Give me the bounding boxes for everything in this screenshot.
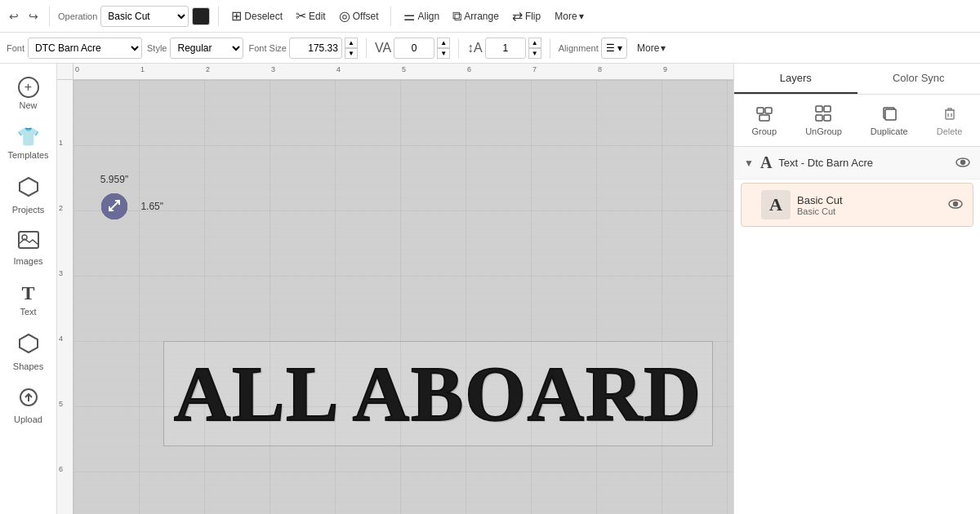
letter-space-up[interactable]: ▲: [437, 38, 450, 48]
line-space-group: ↕A ▲ ▼: [467, 38, 541, 59]
svg-rect-9: [765, 108, 772, 113]
main-area: + New 👕 Templates Projects Images T Text: [0, 64, 980, 514]
layer-parent-label: Text - Dtc Barn Acre: [778, 157, 949, 169]
layer-child-eye-icon[interactable]: [948, 197, 963, 212]
sidebar-item-text-label: Text: [20, 307, 36, 317]
right-panel-actions: Group UnGroup Duplicate Delete: [734, 95, 980, 147]
ruler-ticks-h: [74, 64, 733, 80]
font-label: Font: [7, 43, 24, 53]
sidebar-item-upload-label: Upload: [14, 414, 42, 424]
sidebar-item-new-label: New: [19, 100, 37, 110]
ruler-mark-v-5: 5: [59, 400, 63, 408]
ruler-mark-v-2: 2: [59, 204, 63, 212]
more-button-2[interactable]: More ▾: [632, 40, 670, 56]
svg-point-21: [961, 160, 965, 164]
ruler-mark-v-6: 6: [59, 465, 63, 473]
separator-6: [550, 38, 550, 58]
font-size-up[interactable]: ▲: [345, 38, 358, 48]
right-panel-tabs: Layers Color Sync: [734, 64, 980, 95]
upload-icon: [19, 388, 38, 412]
align-button[interactable]: ⚌ Align: [399, 6, 443, 26]
ungroup-button[interactable]: UnGroup: [799, 101, 849, 140]
svg-rect-11: [816, 106, 822, 112]
delete-button[interactable]: Delete: [930, 101, 969, 140]
redo-button[interactable]: ↪: [26, 7, 41, 25]
arrange-button[interactable]: ⧉ Arrange: [448, 7, 503, 26]
ruler-mark-v-4: 4: [59, 335, 63, 343]
svg-rect-12: [824, 106, 831, 112]
ruler-mark-v-1: 1: [59, 139, 63, 147]
style-group: Style Regular Bold Italic: [147, 38, 243, 59]
line-space-up[interactable]: ▲: [528, 38, 541, 48]
sidebar-item-images-label: Images: [13, 256, 42, 266]
layer-child-text: Basic Cut Basic Cut: [797, 194, 942, 216]
sidebar-item-text[interactable]: T Text: [5, 276, 52, 323]
text-icon: T: [21, 282, 34, 304]
more-chevron-1: ▾: [579, 11, 584, 22]
layer-child-icon-box: A: [761, 190, 791, 219]
top-toolbar: ↩ ↪ Operation Basic Cut Print Then Cut D…: [0, 0, 980, 33]
offset-icon: ◎: [339, 8, 350, 24]
sidebar-item-upload[interactable]: Upload: [5, 381, 52, 431]
letter-space-spinners: ▲ ▼: [437, 38, 450, 59]
sidebar-item-images[interactable]: Images: [5, 224, 52, 273]
svg-rect-17: [946, 110, 954, 119]
duplicate-button[interactable]: Duplicate: [864, 101, 915, 140]
color-swatch[interactable]: [192, 7, 210, 25]
alignment-group: Alignment ☰ ▾: [559, 38, 627, 59]
canvas-content[interactable]: 5.959" 1.65" ✕ ↻ ALL ABOARD: [74, 80, 733, 514]
align-label: Align: [417, 11, 439, 22]
text-element[interactable]: ALL ABOARD: [163, 341, 713, 446]
font-size-input[interactable]: [289, 38, 342, 59]
font-size-label: Font Size: [248, 43, 286, 53]
group-button[interactable]: Group: [746, 101, 784, 140]
operation-label: Operation: [58, 11, 97, 21]
edit-button[interactable]: ✂ Edit: [292, 6, 330, 26]
group-icon: [755, 104, 773, 124]
width-dimension-label: 5.959": [100, 174, 128, 185]
alignment-btn[interactable]: ☰ ▾: [601, 38, 627, 59]
left-sidebar: + New 👕 Templates Projects Images T Text: [0, 64, 57, 514]
flip-button[interactable]: ⇄ Flip: [508, 6, 545, 26]
sidebar-item-templates[interactable]: 👕 Templates: [5, 120, 52, 166]
tab-color-sync[interactable]: Color Sync: [858, 64, 981, 94]
deselect-label: Deselect: [244, 11, 283, 22]
layer-child[interactable]: A Basic Cut Basic Cut: [741, 183, 973, 227]
style-select[interactable]: Regular Bold Italic: [170, 38, 243, 59]
sidebar-item-shapes[interactable]: Shapes: [5, 326, 52, 378]
edit-label: Edit: [309, 11, 326, 22]
sidebar-item-new[interactable]: + New: [5, 70, 52, 117]
layer-child-op: Basic Cut: [797, 206, 942, 216]
separator-4: [366, 38, 367, 58]
resize-handle[interactable]: [101, 193, 127, 219]
letter-space-input[interactable]: [394, 38, 434, 59]
separator-3: [390, 7, 391, 26]
align-icon: ⚌: [403, 8, 415, 24]
canvas-area[interactable]: 0 1 2 3 4 5 6 7 8 9 1 2 3: [57, 64, 733, 514]
deselect-icon: ⊞: [231, 8, 242, 24]
line-space-down[interactable]: ▼: [528, 48, 541, 59]
undo-button[interactable]: ↩: [7, 7, 21, 25]
operation-group: Operation Basic Cut Print Then Cut Draw …: [58, 6, 210, 27]
tab-layers[interactable]: Layers: [734, 64, 858, 94]
layer-eye-icon[interactable]: [956, 156, 970, 171]
sidebar-item-projects[interactable]: Projects: [5, 170, 52, 221]
layer-parent[interactable]: ▼ A Text - Dtc Barn Acre: [734, 147, 980, 179]
line-space-input[interactable]: [485, 38, 526, 59]
templates-icon: 👕: [17, 126, 39, 148]
offset-button[interactable]: ◎ Offset: [335, 6, 383, 26]
operation-select[interactable]: Basic Cut Print Then Cut Draw Score: [100, 6, 189, 27]
more-button-1[interactable]: More ▾: [550, 8, 588, 24]
deselect-button[interactable]: ⊞ Deselect: [227, 6, 287, 26]
layer-text-icon: A: [760, 153, 772, 172]
letter-space-down[interactable]: ▼: [437, 48, 450, 59]
height-dimension-label: 1.65": [140, 201, 163, 212]
svg-rect-13: [816, 115, 822, 121]
ruler-corner: [57, 64, 74, 80]
svg-rect-14: [824, 115, 831, 121]
font-group: Font DTC Barn Acre: [7, 38, 142, 59]
font-select[interactable]: DTC Barn Acre: [28, 38, 142, 59]
sidebar-item-shapes-label: Shapes: [13, 361, 43, 371]
font-size-down[interactable]: ▼: [345, 48, 358, 59]
delete-label: Delete: [937, 126, 963, 136]
